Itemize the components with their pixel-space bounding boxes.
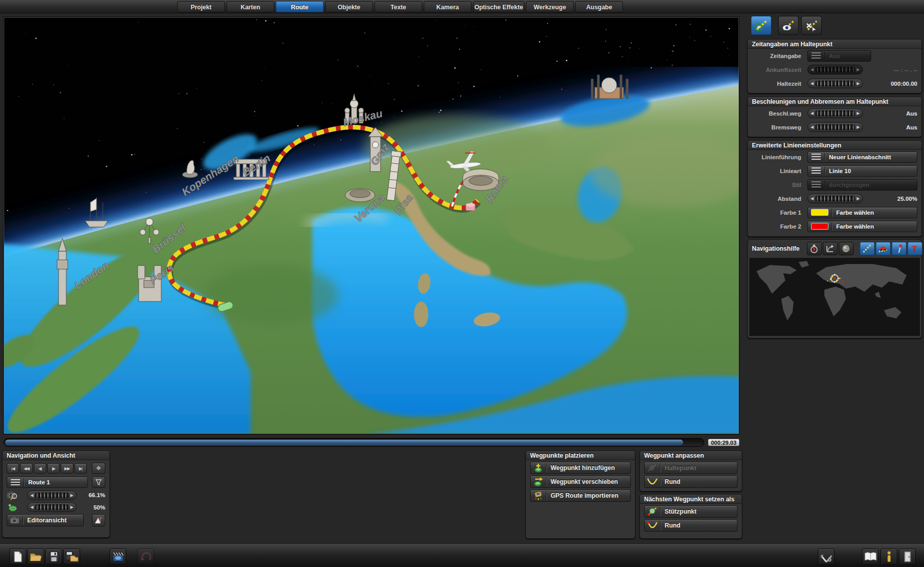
- haltezeit-slider[interactable]: [807, 79, 863, 88]
- linienfuehrung-label: Linienführung: [752, 154, 803, 160]
- center-view-button[interactable]: ⌖: [92, 463, 105, 474]
- section-beschleunigen-title: Beschleunigen und Abbremsen am Haltepunk…: [748, 97, 921, 106]
- step-back-button[interactable]: ◀|: [34, 463, 46, 474]
- wegpunkt-hinzufuegen-button[interactable]: Wegpunkt hinzufügen: [530, 462, 631, 474]
- globe-view-button[interactable]: [839, 242, 854, 255]
- timeline-timestamp: 000:29.03: [708, 439, 740, 446]
- route-edit-mode-button[interactable]: [751, 16, 771, 35]
- linieart-dropdown[interactable]: Linie 10: [807, 165, 917, 177]
- timeline-scrubber[interactable]: [4, 438, 704, 447]
- bremsweg-value: Aus: [906, 124, 917, 130]
- abstand-value: 25.00%: [897, 196, 917, 202]
- top-menu-bar: Projekt Karten Route Objekte Texte Kamer…: [0, 0, 924, 13]
- menu-icon: [812, 181, 821, 188]
- zoom-slider[interactable]: [27, 490, 77, 500]
- menu-icon: [812, 154, 821, 160]
- pitch-slider[interactable]: [27, 502, 77, 512]
- exit-door-button[interactable]: [899, 549, 916, 564]
- save-as-button[interactable]: [63, 549, 80, 564]
- globe-pitch-icon: [5, 503, 20, 512]
- route-filter-button[interactable]: [92, 477, 105, 488]
- linienfuehrung-dropdown[interactable]: Neuer Linienabschnitt: [807, 152, 917, 163]
- route-selector-value: Route 1: [24, 479, 54, 485]
- route-selector-dropdown[interactable]: Route 1: [7, 477, 88, 488]
- menu-tabs: Projekt Karten Route Objekte Texte Kamer…: [177, 1, 623, 12]
- farbe1-button[interactable]: Farbe wählen: [807, 207, 917, 218]
- linienfuehrung-value: Neuer Linienabschnitt: [825, 154, 895, 160]
- tab-ausgabe[interactable]: Ausgabe: [575, 1, 623, 12]
- gps-route-importieren-button[interactable]: GPS Route importieren: [530, 489, 631, 502]
- timeline-progress: [5, 440, 683, 445]
- globe-3d-viewport[interactable]: London Paris Brüssel Kopenhagen Berlin M…: [4, 17, 739, 434]
- panel-setzen-title: Nächsten Wegpunkt setzen als: [640, 495, 742, 504]
- bottom-toolbar: MotionStudios: [0, 544, 924, 567]
- show-text-toggle[interactable]: T: [908, 242, 922, 255]
- world-overview-map[interactable]: [749, 258, 920, 336]
- compass-north-button[interactable]: N: [807, 242, 822, 255]
- tab-karten[interactable]: Karten: [227, 1, 274, 12]
- svg-text:N: N: [813, 244, 815, 247]
- fast-forward-button[interactable]: ▶▶: [61, 463, 73, 474]
- tab-kamera[interactable]: Kamera: [424, 1, 472, 12]
- open-project-button[interactable]: [27, 549, 44, 564]
- farbe2-button[interactable]: Farbe wählen: [807, 221, 917, 232]
- step-forward-button[interactable]: |▶: [47, 463, 60, 474]
- route-delete-button[interactable]: [801, 16, 822, 35]
- rund-button[interactable]: Rund: [644, 476, 738, 488]
- stil-dropdown[interactable]: durchgezogen: [807, 179, 917, 191]
- farbe2-swatch: [811, 223, 828, 230]
- render-preview-button[interactable]: [92, 514, 105, 526]
- editor-view-button[interactable]: Editoransicht: [7, 514, 84, 526]
- haltepunkt-button[interactable]: Haltepunkt: [644, 462, 738, 474]
- route-visibility-button[interactable]: [778, 16, 799, 35]
- info-button[interactable]: [880, 549, 897, 564]
- beschlweg-slider[interactable]: [807, 108, 863, 118]
- manual-book-button[interactable]: [862, 549, 879, 564]
- tab-texte[interactable]: Texte: [374, 1, 422, 12]
- new-project-button[interactable]: [9, 549, 26, 564]
- stuetzpunkt-label: Stützpunkt: [661, 508, 696, 515]
- nav-helper-icons: N: [807, 242, 854, 255]
- abstand-slider[interactable]: [807, 194, 863, 203]
- linieart-value: Linie 10: [825, 168, 855, 174]
- go-first-button[interactable]: |◀: [7, 463, 19, 474]
- undo-button[interactable]: [137, 549, 154, 564]
- show-marker-toggle[interactable]: [892, 242, 907, 255]
- navigationshilfe-title: Navigationshilfe: [752, 245, 800, 252]
- stuetzpunkt-button[interactable]: Stützpunkt: [644, 505, 738, 518]
- section-zeitangaben: Zeitangaben am Haltepunkt Zeitangabe Aus…: [747, 39, 922, 93]
- section-beschleunigen: Beschleunigen und Abbremsen am Haltepunk…: [747, 97, 922, 137]
- tab-objekte[interactable]: Objekte: [325, 1, 373, 12]
- ankunftszeit-label: Ankunftszeit: [752, 67, 803, 73]
- tab-route[interactable]: Route: [276, 1, 324, 12]
- waypoint-add-icon: [531, 463, 546, 473]
- ankunftszeit-slider[interactable]: [807, 65, 863, 74]
- reset-tilt-button[interactable]: [823, 242, 838, 255]
- rund-next-button[interactable]: Rund: [644, 519, 738, 532]
- bremsweg-label: Bremsweg: [752, 124, 803, 130]
- menu-icon: [11, 479, 20, 486]
- render-movie-button[interactable]: [109, 549, 126, 564]
- zeitangabe-label: Zeitangabe: [752, 53, 803, 59]
- fast-rewind-button[interactable]: ◀◀: [20, 463, 32, 474]
- stuetzpunkt-icon: [645, 507, 660, 516]
- stil-value: durchgezogen: [825, 182, 874, 188]
- section-linien: Erweiterte Linieneinstellungen Linienfüh…: [747, 140, 922, 237]
- wegpunkt-verschieben-label: Wegpunkt verschieben: [546, 478, 618, 485]
- tools-options-button[interactable]: [818, 549, 835, 564]
- save-project-button[interactable]: [45, 549, 62, 564]
- menu-icon: [812, 167, 821, 174]
- roma-waypoint-marker[interactable]: [466, 203, 475, 211]
- tab-werkzeuge[interactable]: Werkzeuge: [526, 1, 574, 12]
- tab-projekt[interactable]: Projekt: [177, 1, 225, 12]
- show-vehicle-toggle[interactable]: [876, 242, 891, 255]
- camera-zoom-icon: [5, 490, 20, 500]
- bremsweg-slider[interactable]: [807, 122, 863, 132]
- wegpunkt-verschieben-button[interactable]: Wegpunkt verschieben: [530, 476, 631, 488]
- zeitangabe-dropdown[interactable]: Aus: [807, 50, 871, 62]
- rund-next-label: Rund: [661, 522, 681, 529]
- go-last-button[interactable]: ▶|: [74, 463, 87, 474]
- section-linien-title: Erweiterte Linieneinstellungen: [748, 141, 921, 150]
- show-route-toggle[interactable]: [860, 242, 875, 255]
- tab-optische-effekte[interactable]: Optische Effekte: [473, 1, 524, 12]
